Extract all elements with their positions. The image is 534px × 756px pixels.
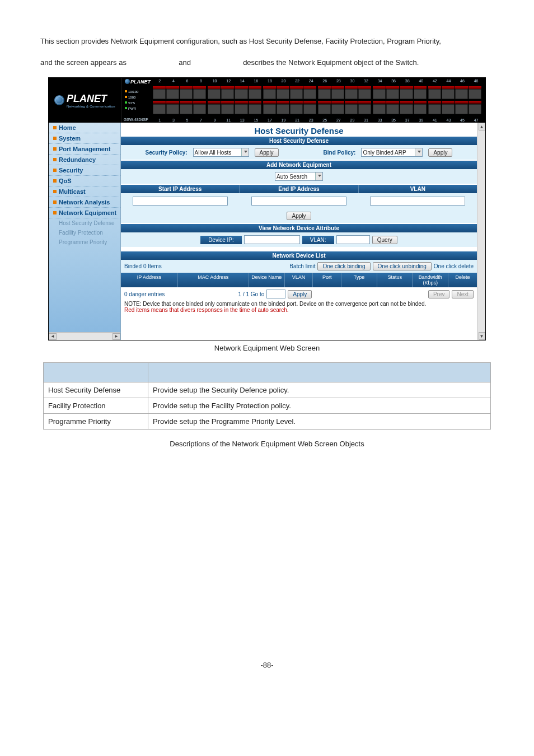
port-jack[interactable] (318, 86, 331, 100)
port-jack[interactable] (303, 86, 316, 100)
brand-text: PLANET (67, 93, 107, 104)
port-jack[interactable] (331, 101, 344, 115)
port-jack[interactable] (331, 86, 344, 100)
sidebar-subitem[interactable]: Programme Priority (49, 237, 120, 247)
port-jack[interactable] (455, 86, 468, 100)
port-jack[interactable] (428, 101, 441, 115)
port-jack[interactable] (290, 101, 303, 115)
sidebar-item-label: Redundancy (59, 156, 96, 163)
port-jack[interactable] (469, 101, 481, 115)
batch-limit-link[interactable]: Batch limit (289, 263, 315, 269)
sidebar-item[interactable]: QoS (49, 176, 120, 186)
scroll-right-icon[interactable]: ► (113, 333, 120, 340)
port-jack[interactable] (249, 101, 261, 115)
port-jack[interactable] (166, 101, 179, 115)
port-jack[interactable] (400, 101, 413, 115)
next-button[interactable]: Next (452, 290, 474, 298)
port-jack[interactable] (345, 101, 358, 115)
port-jack[interactable] (221, 101, 234, 115)
bullet-icon (53, 200, 57, 204)
start-ip-input[interactable] (133, 197, 228, 206)
apply-button[interactable]: Apply (428, 148, 452, 157)
port-jack[interactable] (455, 101, 468, 115)
port-jack[interactable] (303, 101, 316, 115)
one-click-delete-link[interactable]: One click delete (434, 263, 474, 269)
port-jack[interactable] (235, 86, 247, 100)
apply-button[interactable]: Apply (288, 290, 312, 298)
port-jack[interactable] (345, 86, 358, 100)
sidebar-item-label: Port Management (59, 146, 110, 152)
port-jack[interactable] (400, 86, 413, 100)
port-jack[interactable] (414, 101, 427, 115)
sidebar-item[interactable]: Redundancy (49, 155, 120, 165)
bullet-icon (53, 147, 57, 151)
sidebar-item[interactable]: System (49, 133, 120, 144)
scroll-down-icon[interactable]: ▼ (479, 332, 485, 340)
port-jack[interactable] (153, 86, 166, 100)
sidebar-item[interactable]: Home (49, 123, 120, 133)
port-jack[interactable] (180, 101, 193, 115)
sidebar-item[interactable]: Port Management (49, 144, 120, 155)
port-jack[interactable] (277, 101, 289, 115)
port-jack[interactable] (358, 86, 371, 100)
port-jack[interactable] (386, 86, 399, 100)
port-jack[interactable] (277, 86, 289, 100)
port-jack[interactable] (442, 86, 455, 100)
port-jack[interactable] (469, 86, 481, 100)
port-jack[interactable] (208, 86, 221, 100)
note-line-1: NOTE: Device that once binded only commu… (121, 301, 477, 307)
end-ip-input[interactable] (251, 197, 346, 206)
vlan-input[interactable] (370, 197, 465, 206)
page-number: -88- (40, 661, 494, 669)
sidebar-item[interactable]: Multicast (49, 186, 120, 197)
device-ip-input[interactable] (244, 235, 300, 244)
one-click-binding-button[interactable]: One click binding (317, 262, 370, 270)
goto-input[interactable] (266, 290, 285, 298)
vlan-label: VLAN: (302, 236, 334, 244)
network-device-list-bar: Network Device List (121, 251, 477, 260)
port-jack[interactable] (263, 86, 276, 100)
scroll-left-icon[interactable]: ◄ (49, 333, 57, 340)
scroll-up-icon[interactable]: ▲ (479, 123, 485, 130)
port-jack[interactable] (442, 101, 455, 115)
port-jack[interactable] (318, 101, 331, 115)
security-policy-select[interactable]: Allow All Hosts (193, 148, 249, 157)
sidebar-item[interactable]: Security (49, 165, 120, 176)
port-jack[interactable] (373, 86, 386, 100)
prev-button[interactable]: Prev (428, 290, 450, 298)
bind-policy-select[interactable]: Only Binded ARP (361, 148, 423, 157)
port-jack[interactable] (290, 86, 303, 100)
query-button[interactable]: Query (372, 236, 397, 244)
port-jack[interactable] (386, 101, 399, 115)
port-jack[interactable] (414, 86, 427, 100)
port-jack[interactable] (428, 86, 441, 100)
one-click-unbinding-button[interactable]: One click unbinding (373, 262, 432, 270)
sidebar-item[interactable]: Network Analysis (49, 197, 120, 208)
apply-button[interactable]: Apply (287, 212, 311, 220)
intro-2b: and (179, 58, 191, 67)
vlan-query-input[interactable] (336, 235, 370, 244)
port-jack[interactable] (235, 101, 247, 115)
port-jack[interactable] (193, 101, 206, 115)
port-jack[interactable] (180, 86, 193, 100)
port-jack[interactable] (358, 101, 371, 115)
port-jack[interactable] (208, 101, 221, 115)
port-jack[interactable] (166, 86, 179, 100)
description-table: Host Security DefenseProvide setup the S… (43, 362, 491, 430)
sidebar-subitem[interactable]: Facility Protection (49, 228, 120, 237)
horizontal-scrollbar[interactable]: ◄ ► (49, 332, 120, 340)
port-jack[interactable] (193, 86, 206, 100)
object-cell: Programme Priority (44, 414, 148, 430)
page-title: Host Security Defense (121, 126, 477, 136)
auto-search-select[interactable]: Auto Search (275, 172, 323, 181)
apply-button[interactable]: Apply (255, 148, 279, 157)
port-jack[interactable] (153, 101, 166, 115)
port-jack[interactable] (263, 101, 276, 115)
intro-line-1: This section provides Network Equipment … (40, 34, 494, 49)
port-jack[interactable] (373, 101, 386, 115)
port-jack[interactable] (221, 86, 234, 100)
sidebar-subitem[interactable]: Host Security Defense (49, 218, 120, 228)
vertical-scrollbar[interactable]: ▲ ▼ (477, 123, 485, 340)
sidebar-item[interactable]: Network Equipment (49, 208, 120, 218)
port-jack[interactable] (249, 86, 261, 100)
